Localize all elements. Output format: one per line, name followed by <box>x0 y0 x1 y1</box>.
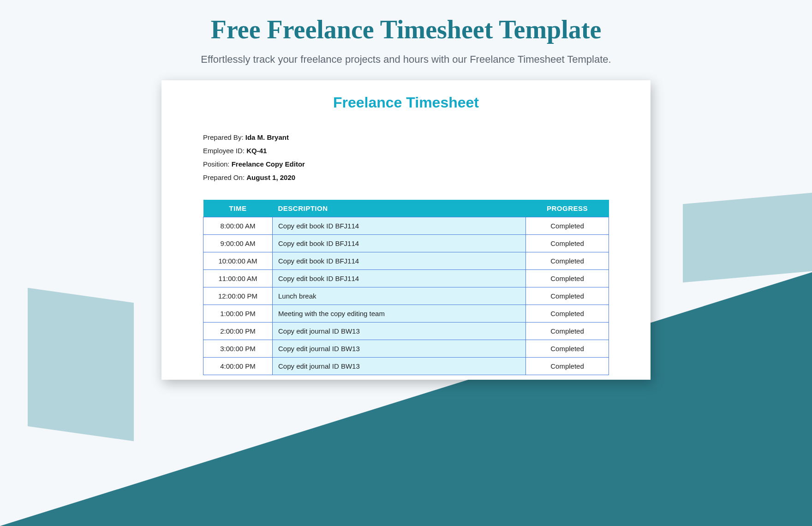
table-row: 4:00:00 PMCopy edit journal ID BW13Compl… <box>203 358 609 375</box>
meta-prepared-on-value: August 1, 2020 <box>246 173 295 181</box>
meta-prepared-by-value: Ida M. Bryant <box>245 133 289 141</box>
col-header-progress: PROGRESS <box>526 200 609 217</box>
cell-description: Copy edit journal ID BW13 <box>273 340 526 358</box>
table-row: 12:00:00 PMLunch breakCompleted <box>203 287 609 305</box>
bg-shape-light-left <box>28 288 134 441</box>
cell-description: Lunch break <box>273 287 526 305</box>
cell-time: 2:00:00 PM <box>203 323 273 340</box>
cell-time: 4:00:00 PM <box>203 358 273 375</box>
document-meta: Prepared By: Ida M. Bryant Employee ID: … <box>203 133 609 181</box>
cell-time: 11:00:00 AM <box>203 270 273 287</box>
table-row: 2:00:00 PMCopy edit journal ID BW13Compl… <box>203 323 609 340</box>
cell-time: 1:00:00 PM <box>203 305 273 323</box>
col-header-description: DESCRIPTION <box>273 200 526 217</box>
meta-employee-id-value: KQ-41 <box>246 147 267 155</box>
timesheet-table: TIME DESCRIPTION PROGRESS 8:00:00 AMCopy… <box>203 200 609 375</box>
meta-employee-id: Employee ID: KQ-41 <box>203 147 609 155</box>
cell-progress: Completed <box>526 358 609 375</box>
cell-description: Copy edit book ID BFJ114 <box>273 235 526 252</box>
page-title: Free Freelance Timesheet Template <box>0 15 812 44</box>
table-row: 3:00:00 PMCopy edit journal ID BW13Compl… <box>203 340 609 358</box>
cell-description: Copy edit journal ID BW13 <box>273 323 526 340</box>
meta-position-label: Position: <box>203 160 232 168</box>
cell-description: Copy edit book ID BFJ114 <box>273 270 526 287</box>
cell-progress: Completed <box>526 270 609 287</box>
meta-prepared-by: Prepared By: Ida M. Bryant <box>203 133 609 141</box>
table-row: 11:00:00 AMCopy edit book ID BFJ114Compl… <box>203 270 609 287</box>
col-header-time: TIME <box>203 200 273 217</box>
cell-progress: Completed <box>526 323 609 340</box>
table-row: 9:00:00 AMCopy edit book ID BFJ114Comple… <box>203 235 609 252</box>
table-row: 8:00:00 AMCopy edit book ID BFJ114Comple… <box>203 217 609 235</box>
cell-time: 10:00:00 AM <box>203 252 273 270</box>
meta-prepared-on: Prepared On: August 1, 2020 <box>203 173 609 181</box>
table-row: 1:00:00 PMMeeting with the copy editing … <box>203 305 609 323</box>
cell-description: Copy edit journal ID BW13 <box>273 358 526 375</box>
document-title: Freelance Timesheet <box>203 94 609 111</box>
meta-employee-id-label: Employee ID: <box>203 147 246 155</box>
cell-progress: Completed <box>526 340 609 358</box>
cell-time: 12:00:00 PM <box>203 287 273 305</box>
cell-progress: Completed <box>526 287 609 305</box>
cell-description: Meeting with the copy editing team <box>273 305 526 323</box>
meta-position-value: Freelance Copy Editor <box>232 160 305 168</box>
cell-description: Copy edit book ID BFJ114 <box>273 217 526 235</box>
cell-progress: Completed <box>526 305 609 323</box>
table-row: 10:00:00 AMCopy edit book ID BFJ114Compl… <box>203 252 609 270</box>
table-header-row: TIME DESCRIPTION PROGRESS <box>203 200 609 217</box>
page-subtitle: Effortlessly track your freelance projec… <box>0 54 812 66</box>
bg-shape-light-right <box>683 193 812 282</box>
cell-progress: Completed <box>526 252 609 270</box>
cell-progress: Completed <box>526 217 609 235</box>
cell-time: 9:00:00 AM <box>203 235 273 252</box>
cell-time: 3:00:00 PM <box>203 340 273 358</box>
meta-position: Position: Freelance Copy Editor <box>203 160 609 168</box>
meta-prepared-by-label: Prepared By: <box>203 133 245 141</box>
cell-progress: Completed <box>526 235 609 252</box>
document-preview: Freelance Timesheet Prepared By: Ida M. … <box>161 80 651 380</box>
meta-prepared-on-label: Prepared On: <box>203 173 246 181</box>
cell-description: Copy edit book ID BFJ114 <box>273 252 526 270</box>
cell-time: 8:00:00 AM <box>203 217 273 235</box>
